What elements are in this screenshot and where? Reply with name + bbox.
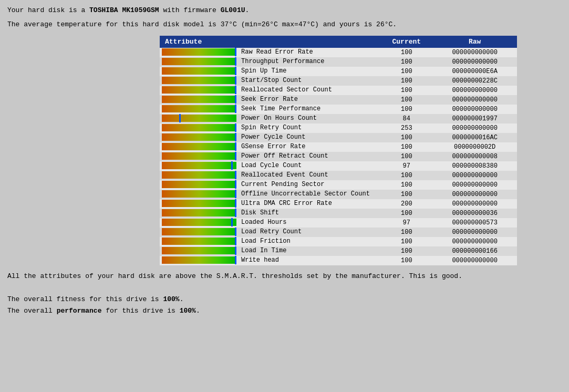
current-val: 100	[380, 152, 432, 161]
bar-marker	[235, 142, 236, 151]
table-row: Spin Retry Count253000000000000	[160, 123, 517, 133]
health-bar	[162, 181, 236, 188]
attr-cell: Loaded Hours	[160, 218, 338, 226]
footer-performance: The overall performance for this drive i…	[7, 305, 562, 317]
raw-val: 0000000016AC	[432, 133, 517, 142]
raw-val: 000000001997	[432, 114, 517, 123]
table-row: Reallocated Event Count100000000000000	[160, 171, 517, 180]
table-row: Load Friction100000000000000	[160, 237, 517, 246]
raw-val: 00000000228C	[432, 76, 517, 86]
bar-marker	[235, 57, 236, 66]
attr-cell: Throughput Performance	[160, 57, 338, 66]
header-current: Current	[380, 36, 432, 48]
health-bar	[162, 152, 236, 160]
attr-label: Write head	[239, 256, 279, 264]
attr-label: Seek Error Rate	[239, 96, 298, 103]
bar-marker	[235, 228, 236, 236]
table-row: Power Cycle Count1000000000016AC	[160, 133, 517, 142]
health-bar	[162, 133, 236, 141]
footer-line1: All the attributes of your hard disk are…	[7, 271, 562, 282]
health-bar	[162, 86, 236, 94]
attr-label: Spin Up Time	[239, 67, 286, 75]
health-bar	[162, 77, 236, 84]
table-row: Loaded Hours97000000000573	[160, 218, 517, 228]
bar-marker	[235, 246, 236, 255]
attr-label: Power Cycle Count	[239, 133, 305, 141]
attr-cell: Raw Read Error Rate	[160, 48, 338, 56]
current-val: 100	[380, 67, 432, 76]
raw-val: 000000000008	[432, 152, 517, 161]
current-val: 100	[380, 209, 432, 218]
table-header-row: Attribute Current Raw	[160, 36, 517, 48]
footer-line2	[7, 282, 562, 294]
raw-val: 000000000000	[432, 48, 517, 57]
footer-fitness: The overall fitness for this drive is 10…	[7, 294, 562, 305]
attr-label: Load Retry Count	[239, 228, 302, 235]
raw-val: 000000000E6A	[432, 67, 517, 76]
bar-marker	[235, 76, 236, 85]
health-bar	[162, 67, 236, 75]
attr-cell: Spin Up Time	[160, 67, 338, 75]
attr-label: Load In Time	[239, 247, 286, 254]
attr-label: Reallocated Event Count	[239, 171, 328, 179]
attr-label: Load Cycle Count	[239, 162, 302, 169]
raw-val: 000000000000	[432, 180, 517, 190]
health-bar	[162, 256, 236, 264]
table-row: Load In Time100000000000166	[160, 246, 517, 256]
current-val: 97	[380, 161, 432, 171]
attr-label: Ultra DMA CRC Error Rate	[239, 200, 332, 207]
raw-val: 000000000000	[432, 123, 517, 133]
current-val: 253	[380, 123, 432, 133]
raw-val: 000000000000	[432, 228, 517, 237]
table-row: Load Cycle Count97000000008380	[160, 161, 517, 171]
health-bar	[162, 58, 236, 65]
table-row: Load Retry Count100000000000000	[160, 228, 517, 237]
table-row: Raw Read Error Rate100000000000000	[160, 48, 517, 57]
health-bar	[162, 143, 236, 150]
attr-cell: Ultra DMA CRC Error Rate	[160, 199, 338, 208]
table-row: Seek Time Performance100000000000000	[160, 105, 517, 114]
current-val: 100	[380, 142, 432, 152]
table-row: Throughput Performance100000000000000	[160, 57, 517, 67]
bar-marker	[235, 171, 236, 179]
attr-label: Throughput Performance	[239, 58, 324, 65]
intro-line2: The average temperature for this hard di…	[7, 19, 562, 30]
raw-val: 000000008380	[432, 161, 517, 171]
disk-firmware: GL001U	[221, 6, 245, 14]
attr-label: Reallocated Sector Count	[239, 86, 332, 94]
health-bar	[162, 124, 236, 131]
health-bar	[162, 247, 236, 254]
health-bar	[162, 190, 236, 198]
bar-marker	[235, 209, 236, 217]
health-bar	[162, 209, 236, 216]
raw-val: 000000000036	[432, 209, 517, 218]
raw-val: 000000000000	[432, 190, 517, 199]
bar-marker	[231, 161, 233, 170]
header-raw: Raw	[432, 36, 517, 48]
current-val: 100	[380, 105, 432, 114]
attr-cell: Power Off Retract Count	[160, 152, 338, 160]
current-val: 97	[380, 218, 432, 228]
raw-val: 000000000000	[432, 86, 517, 95]
health-bar	[162, 48, 236, 56]
attr-cell: Disk Shift	[160, 209, 338, 217]
bar-marker	[235, 237, 236, 245]
attr-label: Load Friction	[239, 238, 291, 245]
intro-section: Your hard disk is a TOSHIBA MK1059GSM wi…	[7, 5, 562, 30]
health-bar	[162, 171, 236, 179]
bar-marker	[231, 218, 233, 226]
attr-label: Raw Read Error Rate	[239, 48, 313, 56]
attr-label: Spin Retry Count	[239, 124, 302, 131]
attr-cell: Start/Stop Count	[160, 76, 338, 85]
raw-val: 000000000000	[432, 237, 517, 246]
attr-cell: Load Friction	[160, 237, 338, 245]
attr-label: Disk Shift	[239, 209, 279, 216]
health-bar	[162, 228, 236, 235]
health-bar	[162, 96, 236, 103]
smart-table: Attribute Current Raw Raw Read Error Rat…	[160, 36, 517, 265]
bar-marker	[235, 48, 236, 56]
bar-marker	[235, 86, 236, 94]
table-row: Ultra DMA CRC Error Rate200000000000000	[160, 199, 517, 209]
bar-marker	[179, 114, 181, 122]
attr-cell: Reallocated Sector Count	[160, 86, 338, 94]
